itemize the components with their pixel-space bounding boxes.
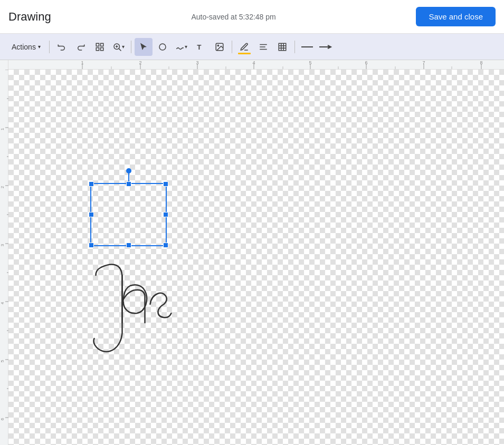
toolbar-divider-4 [294, 41, 295, 53]
svg-text:1: 1 [0, 128, 5, 130]
svg-text:6: 6 [365, 60, 367, 65]
actions-label: Actions [12, 43, 36, 51]
svg-rect-12 [260, 44, 267, 45]
header: Drawing Auto-saved at 5:32:48 pm Save an… [0, 0, 504, 34]
chevron-down-icon: ▾ [38, 44, 41, 50]
svg-rect-0 [96, 43, 99, 46]
svg-text:T: T [197, 43, 202, 51]
svg-point-11 [217, 45, 218, 46]
resize-handle-tl[interactable] [89, 181, 94, 187]
svg-text:6: 6 [0, 418, 5, 420]
svg-rect-3 [100, 47, 103, 50]
svg-text:5: 5 [309, 60, 311, 65]
svg-text:4: 4 [0, 302, 5, 304]
line-short-button[interactable] [298, 38, 316, 56]
svg-text:2: 2 [139, 60, 141, 65]
line-arrow-button[interactable] [317, 38, 335, 56]
toolbar-divider-1 [49, 41, 50, 53]
drawing-canvas[interactable] [8, 70, 504, 445]
ruler-top: 1 2 3 4 5 6 7 8 [8, 60, 504, 70]
autosave-status: Auto-saved at 5:32:48 pm [191, 13, 275, 21]
image-tool-button[interactable] [211, 38, 229, 56]
svg-rect-1 [100, 43, 103, 46]
zoom-dropdown-icon: ▾ [122, 44, 125, 50]
undo-button[interactable] [53, 38, 71, 56]
svg-text:7: 7 [422, 60, 425, 65]
zoom-button[interactable]: ▾ [110, 38, 128, 56]
toolbar-divider-2 [131, 41, 131, 53]
resize-handle-tm[interactable] [126, 181, 131, 187]
shape-tool-button[interactable] [154, 38, 172, 56]
select-tool-button[interactable] [135, 38, 153, 56]
save-close-button[interactable]: Save and close [416, 7, 496, 26]
svg-rect-15 [279, 43, 286, 51]
ruler-top-svg: 1 2 3 4 5 6 7 8 [8, 60, 504, 69]
resize-handle-tr[interactable] [163, 181, 168, 187]
svg-text:5: 5 [0, 360, 5, 362]
svg-text:4: 4 [252, 60, 255, 65]
actions-menu-button[interactable]: Actions ▾ [6, 40, 46, 54]
scribble-tool-button[interactable]: ▾ [173, 38, 191, 56]
redo-button[interactable] [72, 38, 90, 56]
svg-rect-14 [260, 49, 267, 50]
resize-handle-bl[interactable] [89, 243, 94, 248]
rotation-handle[interactable] [126, 168, 131, 173]
select-all-button[interactable] [91, 38, 109, 56]
svg-point-8 [159, 44, 166, 50]
align-tool-button[interactable] [254, 38, 272, 56]
toolbar-divider-3 [232, 41, 232, 53]
svg-text:3: 3 [0, 244, 5, 246]
svg-text:1: 1 [81, 60, 83, 65]
drawing-svg [8, 70, 504, 445]
svg-text:2: 2 [0, 186, 5, 188]
resize-handle-bm[interactable] [126, 243, 131, 248]
table-tool-button[interactable] [273, 38, 291, 56]
svg-line-5 [119, 49, 121, 51]
resize-handle-br[interactable] [163, 243, 168, 248]
resize-handle-ml[interactable] [89, 212, 94, 217]
svg-rect-13 [260, 46, 265, 47]
selection-box [90, 183, 167, 246]
ruler-left: 1 2 3 4 5 6 [0, 60, 8, 445]
svg-rect-2 [96, 47, 99, 50]
pen-tool-button[interactable] [235, 38, 253, 56]
canvas-wrapper: 1 2 3 4 5 6 1 2 [0, 60, 504, 445]
svg-text:3: 3 [196, 60, 198, 65]
resize-handle-mr[interactable] [163, 212, 168, 217]
toolbar: Actions ▾ ▾ [0, 34, 504, 60]
canvas-main: 1 2 3 4 5 6 7 8 [8, 60, 504, 445]
app-title: Drawing [8, 10, 51, 24]
text-tool-button[interactable]: T [192, 38, 210, 56]
svg-text:8: 8 [480, 60, 482, 65]
scribble-dropdown-icon: ▾ [185, 44, 187, 50]
rotation-line [128, 171, 129, 184]
